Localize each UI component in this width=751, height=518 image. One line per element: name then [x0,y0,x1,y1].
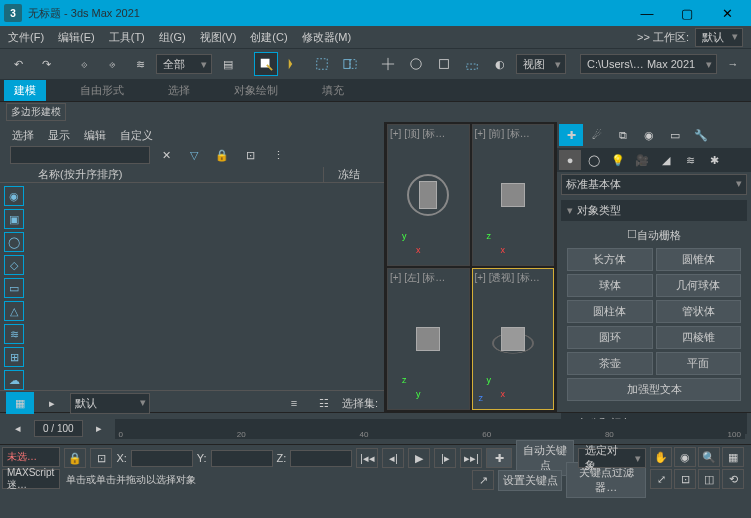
se-selset-icon1[interactable]: ≡ [282,391,306,415]
btn-tube[interactable]: 管状体 [656,300,742,323]
coord-x-input[interactable] [131,450,193,467]
scale-button[interactable] [432,52,456,76]
ribbon-tab-freeform[interactable]: 自由形式 [70,80,134,101]
filter-spacewarp-icon[interactable]: ≋ [4,324,24,344]
btn-textplus[interactable]: 加强型文本 [567,378,741,401]
coord-y-input[interactable] [211,450,273,467]
workarea-dropdown[interactable]: 默认 [695,28,743,47]
viewport-left[interactable]: [+] [左] [标… yz [387,268,470,410]
btn-pyramid[interactable]: 四棱锥 [656,326,742,349]
window-crossing-button[interactable] [338,52,362,76]
menu-create[interactable]: 创建(C) [250,30,287,45]
nav-maximize-button[interactable]: ◫ [698,469,720,489]
ribbon-tab-selection[interactable]: 选择 [158,80,200,101]
se-pin-button[interactable]: ⋮ [266,143,290,167]
select-object-button[interactable] [254,52,278,76]
viewport-front[interactable]: [+] [前] [标… xz [472,124,555,266]
ref-coord-dropdown[interactable]: 视图 [516,54,566,74]
bind-spacewarp-button[interactable]: ≋ [128,52,152,76]
nav-dolly-button[interactable]: 🔍 [698,447,720,467]
next-frame-button[interactable]: |▸ [434,448,456,468]
menu-modifiers[interactable]: 修改器(M) [302,30,352,45]
add-key-button[interactable]: ✚ [486,448,512,468]
rollout-object-type[interactable]: 对象类型 [561,200,747,221]
nav-zoom-button[interactable]: ⤢ [650,469,672,489]
goto-start-button[interactable]: |◂◂ [356,448,378,468]
ribbon-tab-paint[interactable]: 对象绘制 [224,80,288,101]
btn-geosphere[interactable]: 几何球体 [656,274,742,297]
cmd-tab-utilities[interactable]: 🔧 [689,124,713,146]
filter-all-icon[interactable]: ◉ [4,186,24,206]
isolate-button[interactable]: ⊡ [90,448,112,468]
se-clear-search-button[interactable]: ✕ [154,143,178,167]
cmd-tab-hierarchy[interactable]: ⧉ [611,124,635,146]
maximize-button[interactable]: ▢ [667,0,707,26]
menu-view[interactable]: 视图(V) [200,30,237,45]
menu-tools[interactable]: 工具(T) [109,30,145,45]
prev-frame-button[interactable]: ◂| [382,448,404,468]
cat-cameras[interactable]: 🎥 [631,150,653,170]
autogrid-checkbox[interactable]: ☐ 自动栅格 [565,225,743,246]
cmd-tab-motion[interactable]: ◉ [637,124,661,146]
status-script-box[interactable]: 未选… [2,447,60,467]
cmd-category-dropdown[interactable]: 标准基本体 [561,174,747,195]
se-tab-edit[interactable]: 编辑 [84,128,106,143]
btn-teapot[interactable]: 茶壶 [567,352,653,375]
cat-helpers[interactable]: ◢ [655,150,677,170]
btn-box[interactable]: 长方体 [567,248,653,271]
se-filter-button[interactable]: ▽ [182,143,206,167]
se-col-name[interactable]: 名称(按升序排序) [38,167,324,182]
filter-bone-icon[interactable]: ⊞ [4,347,24,367]
project-path-dropdown[interactable]: C:\Users\… Max 2021 [580,54,717,74]
timeline-next-button[interactable]: ▸ [87,417,111,441]
viewport-perspective[interactable]: [+] [透视] [标… xyz [472,268,555,410]
cmd-tab-modify[interactable]: ☄ [585,124,609,146]
ref-coord-button[interactable]: ◐ [488,52,512,76]
se-expand-button[interactable]: ▸ [40,391,64,415]
viewport-left-label[interactable]: [+] [左] [标… [390,271,445,285]
viewport-persp-label[interactable]: [+] [透视] [标… [475,271,540,285]
cat-spacewarps[interactable]: ≋ [679,150,701,170]
timeline-track[interactable]: 020406080100 [115,419,745,439]
se-layer-dropdown[interactable]: 默认 [70,393,150,414]
menu-group[interactable]: 组(G) [159,30,186,45]
ribbon-tab-modeling[interactable]: 建模 [4,80,46,101]
se-col-freeze[interactable]: 冻结 [324,167,374,182]
cat-geometry[interactable]: ● [559,150,581,170]
keymode-dropdown[interactable]: 选定对象 [578,448,646,468]
timeline-range[interactable]: 0 / 100 [34,420,83,437]
se-tab-select[interactable]: 选择 [12,128,34,143]
cat-systems[interactable]: ✱ [703,150,725,170]
key-mode-button[interactable]: ↗ [472,470,494,490]
ribbon-poly-modeling[interactable]: 多边形建模 [6,103,66,121]
menu-file[interactable]: 文件(F) [8,30,44,45]
cmd-tab-display[interactable]: ▭ [663,124,687,146]
btn-plane[interactable]: 平面 [656,352,742,375]
nav-orbit-button[interactable]: ◉ [674,447,696,467]
filter-button[interactable]: ▤ [216,52,240,76]
cat-shapes[interactable]: ◯ [583,150,605,170]
filter-geom-icon[interactable]: ▣ [4,209,24,229]
move-button[interactable] [376,52,400,76]
path-browse-button[interactable]: → [721,52,745,76]
filter-camera-icon[interactable]: ▭ [4,278,24,298]
link-button[interactable]: ⟐ [72,52,96,76]
viewport-top-label[interactable]: [+] [顶] [标… [390,127,445,141]
se-tab-display[interactable]: 显示 [48,128,70,143]
minimize-button[interactable]: — [627,0,667,26]
nav-zoomall-button[interactable]: ⊡ [674,469,696,489]
close-button[interactable]: ✕ [707,0,747,26]
cat-lights[interactable]: 💡 [607,150,629,170]
nav-pan-button[interactable]: ✋ [650,447,672,467]
selection-filter-dropdown[interactable]: 全部 [156,54,212,74]
btn-cylinder[interactable]: 圆柱体 [567,300,653,323]
filter-helper-icon[interactable]: △ [4,301,24,321]
rect-select-button[interactable] [310,52,334,76]
viewport-top[interactable]: [+] [顶] [标… xy [387,124,470,266]
unlink-button[interactable]: ⟐̷ [100,52,124,76]
se-layout-button[interactable]: ▦ [6,392,34,414]
placement-button[interactable] [460,52,484,76]
maxscript-listener[interactable]: MAXScript 迷… [2,469,60,489]
btn-sphere[interactable]: 球体 [567,274,653,297]
timeline-prev-button[interactable]: ◂ [6,417,30,441]
